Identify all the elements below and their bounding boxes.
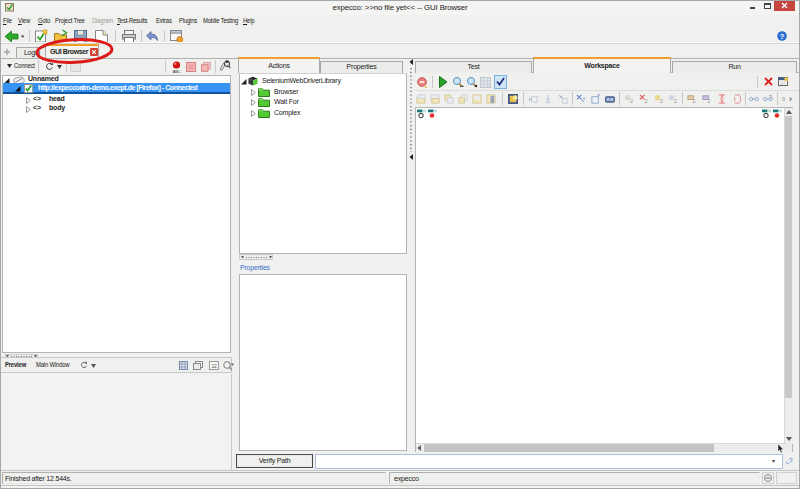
svg-text:2: 2 — [630, 98, 633, 104]
svg-text:2: 2 — [674, 98, 677, 104]
svg-text:9: 9 — [782, 96, 785, 102]
svg-text:?: ? — [780, 32, 785, 41]
svg-text:2: 2 — [707, 98, 710, 104]
svg-text:ABC: ABC — [173, 69, 181, 74]
svg-text:2: 2 — [692, 98, 695, 104]
svg-text:2: 2 — [644, 98, 647, 104]
svg-text:2: 2 — [660, 98, 663, 104]
